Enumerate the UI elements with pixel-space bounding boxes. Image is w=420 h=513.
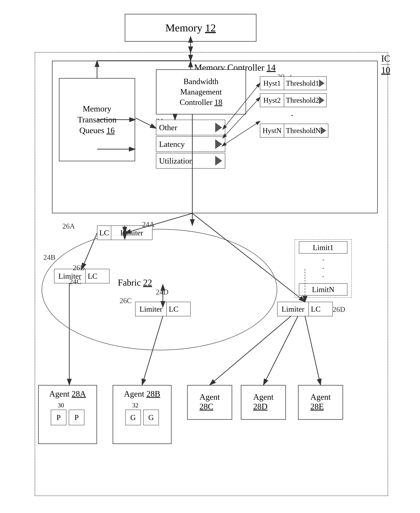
agent-28B-label: Agent 28B [124, 389, 160, 398]
limiter-lc-d: Limiter LC [277, 302, 333, 316]
thresh1-arrow-icon [319, 79, 324, 87]
ic-label: IC 10 [381, 54, 390, 75]
hyst-dots: · [260, 110, 326, 121]
label-32: 32 [132, 402, 138, 409]
lc-b-cell: LC [86, 269, 99, 283]
limits-group: Limit1 ··· LimitN [294, 239, 352, 298]
label-24B: 24B [43, 253, 55, 261]
agent-28A-P1: P [51, 410, 66, 425]
agent-28B-G1: G [125, 410, 141, 425]
limiter-d-cell: Limiter [278, 302, 309, 316]
metric-other: Other [156, 120, 225, 135]
bmc-label: BandwidthManagementController 18 [180, 76, 223, 107]
metric-latency-label: Latency [159, 140, 185, 149]
agent-28B-subs: G G [125, 410, 159, 425]
diagram-container: Memory 12 IC 10 Memory Controller 14 Mem… [24, 10, 396, 503]
memory-label: Memory 12 [165, 22, 216, 34]
hyst1-cell: Hyst1 [260, 76, 284, 90]
limits-dots: ··· [322, 255, 324, 282]
agent-28A-label: Agent 28A [49, 389, 86, 398]
lc-d-cell: LC [309, 302, 323, 316]
label-24A: 24A [142, 220, 155, 229]
utilization-arrow-icon [215, 156, 222, 166]
limiter-lc-c: Limiter LC [135, 302, 191, 316]
label-26A: 26A [62, 222, 75, 230]
metric-utilization: Utilization [156, 153, 225, 168]
agent-28A-P2: P [69, 410, 84, 425]
label-24C: 24C [69, 277, 82, 286]
thresh2-cell: Threshold2 [284, 93, 327, 107]
metrics-group: Other Latency Utilization [156, 120, 225, 170]
lc-a-cell: LC [97, 226, 111, 240]
agent-28E-box: Agent28E [298, 385, 343, 420]
other-arrow-icon [215, 123, 222, 132]
agent-28C-box: Agent28C [187, 385, 232, 420]
limiter-c-cell: Limiter [135, 302, 167, 316]
fabric-label: Fabric 22 [118, 277, 152, 288]
agent-28A-box: Agent 28A 30 P P [38, 385, 97, 444]
metric-utilization-label: Utilization [159, 156, 193, 165]
hyst2-cell: Hyst2 [260, 93, 284, 107]
lc-c-cell: LC [167, 302, 180, 316]
hystN-cell: HystN [260, 124, 284, 138]
memory-box: Memory 12 [125, 14, 256, 42]
latency-arrow-icon [215, 139, 222, 149]
agent-28D-label: Agent28D [253, 392, 273, 411]
limitN-cell: LimitN [299, 283, 347, 296]
metric-other-label: Other [159, 123, 177, 132]
label-26B: 26B [73, 264, 85, 272]
metric-latency: Latency [156, 136, 225, 152]
thresh1-cell: Threshold1 [284, 76, 327, 90]
agent-28D-box: Agent28D [241, 385, 286, 420]
label-24D: 24D [156, 288, 168, 296]
hyst-group: Hyst1 Threshold1 Hyst2 Threshold2 · Hyst… [260, 76, 328, 138]
hyst-row-1: Hyst1 Threshold1 [260, 76, 328, 90]
thresh2-arrow-icon [319, 96, 324, 104]
agent-28B-box: Agent 28B 32 G G [113, 385, 172, 444]
threshN-cell: ThresholdN [284, 124, 328, 138]
label-26C: 26C [120, 297, 132, 305]
hyst-row-2: Hyst2 Threshold2 [260, 93, 328, 107]
label-26D: 26D [333, 305, 345, 314]
mtq-label: MemoryTransactionQueues 16 [78, 103, 117, 136]
agent-28A-subs: P P [51, 410, 84, 425]
limit1-cell: Limit1 [299, 241, 347, 253]
bmc-box: BandwidthManagementController 18 [156, 69, 246, 115]
threshN-arrow-icon [321, 127, 326, 134]
agent-28B-G2: G [143, 410, 159, 425]
agent-28C-label: Agent28C [199, 392, 220, 411]
mtq-box: MemoryTransactionQueues 16 [59, 78, 135, 161]
agent-28E-label: Agent28E [310, 392, 330, 411]
label-30: 30 [58, 402, 64, 409]
hyst-row-n: HystN ThresholdN [260, 124, 328, 138]
